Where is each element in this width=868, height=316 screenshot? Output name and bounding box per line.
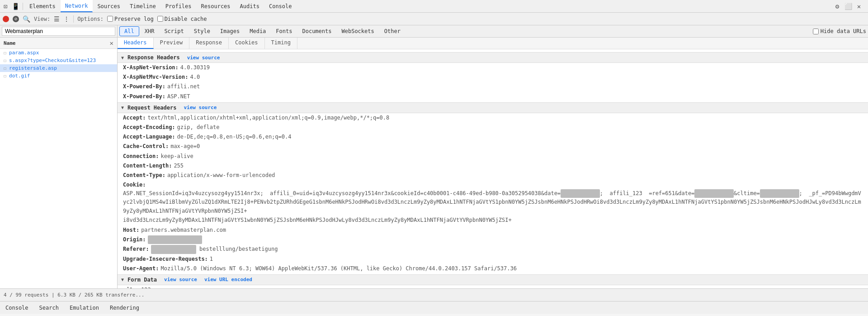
tab-elements[interactable]: Elements [25,0,61,12]
tab-network[interactable]: Network [61,0,93,12]
req-name-accept-encoding: Accept-Encoding: [123,123,175,132]
filter-tab-images[interactable]: Images [216,27,244,36]
filter-tab-xhr[interactable]: XHR [140,27,159,36]
req-name-accept: Accept: [123,114,146,122]
tab-console[interactable]: Console [264,0,297,12]
header-value-xaspnet: 4.0.30319 [180,63,210,72]
file-item-saspx[interactable]: ☐ s.aspx?type=Checkout&site=123 [0,57,117,64]
main-content: Name ✕ ☐ param.aspx ☐ s.aspx?type=Checko… [0,38,868,288]
form-name-site: site: [123,286,139,288]
hide-data-urls-checkbox[interactable] [813,29,819,34]
file-item-param[interactable]: ☐ param.aspx [0,49,117,57]
request-headers-section[interactable]: ▼ Request Headers view source [118,102,868,113]
hide-data-urls-label[interactable]: Hide data URLs [813,28,866,34]
request-headers-view-source[interactable]: view source [184,105,217,110]
req-value-user-agent: Mozilla/5.0 (Windows NT 6.3; WOW64) Appl… [160,264,516,273]
top-navbar: ⊡ 📱 Elements Network Sources Timeline Pr… [0,0,868,13]
list-view-icon[interactable]: ☰ [54,15,60,23]
req-value-cookie: ASP.NET_SessionId=iq3v4uzcysozg4yy1514nr… [123,189,863,215]
filter-tab-all[interactable]: All [119,26,139,36]
search-input[interactable] [2,27,115,36]
view-label: View: [34,16,50,22]
right-detail-panel: Headers Preview Response Cookies Timing … [118,38,868,288]
form-data-view-source[interactable]: view source [164,277,197,282]
req-value-accept-encoding: gzip, deflate [177,123,220,132]
filter-tab-other[interactable]: Other [380,27,405,36]
form-site: site: 123 [118,285,868,288]
tab-sources[interactable]: Sources [93,0,125,12]
req-name-cache-control: Cache-Control: [123,142,169,151]
detail-tab-timing[interactable]: Timing [265,38,297,49]
response-headers-section[interactable]: ▼ Response Headers view source [118,52,868,63]
req-header-upgrade: Upgrade-Insecure-Requests: 1 [118,254,868,264]
response-headers-triangle: ▼ [121,55,124,60]
header-name-xaspnet: X-AspNet-Version: [123,63,179,72]
response-headers-view-source[interactable]: view source [187,55,220,61]
preserve-log-checkbox[interactable] [107,16,113,22]
filter-tab-style[interactable]: Style [189,27,215,36]
detail-tab-preview[interactable]: Preview [154,38,190,49]
bottom-tab-console[interactable]: Console [0,302,34,314]
file-icon-registersale: ☐ [4,66,6,71]
form-data-view-url-encoded[interactable]: view URL encoded [204,277,252,282]
clear-button[interactable]: ⊘ [13,16,19,22]
close-icon[interactable]: ✕ [855,3,863,10]
header-name-xpoweredby-affili: X-Powered-By: [123,82,165,91]
req-header-host: Host: partners.webmasterplan.com [118,225,868,235]
req-value-content-length: 255 [174,162,184,170]
response-header-xaspnetmvc: X-AspNetMvc-Version: 4.0 [118,72,868,82]
filter-tab-fonts[interactable]: Fonts [271,27,297,36]
detail-tabs: Headers Preview Response Cookies Timing [118,38,868,49]
tab-resources[interactable]: Resources [197,0,236,12]
file-list: ☐ param.aspx ☐ s.aspx?type=Checkout&site… [0,49,117,288]
tab-timeline[interactable]: Timeline [125,0,161,12]
cursor-icon[interactable]: ⊡ [2,3,9,10]
response-header-xaspnet: X-AspNet-Version: 4.0.30319 [118,63,868,72]
filter-tab-script[interactable]: Script [160,27,188,36]
close-panel-icon[interactable]: ✕ [110,39,113,47]
req-header-referer: Referer: ████████████ bestelllung/bestae… [118,244,868,254]
bottom-tab-search[interactable]: Search [34,302,64,314]
tab-profiles[interactable]: Profiles [161,0,197,12]
req-name-origin: Origin: [123,235,146,244]
settings-icon[interactable]: ⚙ [834,3,841,10]
status-bar-text: 4 / 99 requests | 6.3 KB / 265 KB transf… [4,292,864,298]
dock-icon[interactable]: ⬜ [844,3,852,10]
disable-cache-checkbox[interactable] [157,16,163,22]
detail-tab-response[interactable]: Response [189,38,229,49]
detail-tab-headers[interactable]: Headers [118,38,154,49]
main-nav-tabs: Elements Network Sources Timeline Profil… [25,0,297,12]
file-icon-saspx: ☐ [4,58,6,63]
disable-cache-checkbox-label[interactable]: Disable cache [157,16,207,22]
files-header: Name ✕ [0,38,117,49]
record-button[interactable] [3,16,9,22]
req-value-accept-language: de-DE,de;q=0.8,en-US;q=0.6,en;q=0.4 [177,133,292,141]
filter-tab-websockets[interactable]: WebSockets [337,27,379,36]
req-header-accept-encoding: Accept-Encoding: gzip, deflate [118,123,868,132]
bottom-tab-emulation[interactable]: Emulation [64,302,104,314]
headers-content: ▼ Response Headers view source X-AspNet-… [118,49,868,288]
filter-icon[interactable]: 🔍 [23,15,30,23]
file-item-dotgif[interactable]: ☐ dot.gif [0,72,117,80]
filter-tab-documents[interactable]: Documents [297,27,336,36]
file-name-registersale: registersale.asp [9,65,57,71]
preserve-log-checkbox-label[interactable]: Preserve log [107,16,154,22]
mobile-icon[interactable]: 📱 [12,3,19,10]
detail-tab-cookies[interactable]: Cookies [229,38,265,49]
req-name-content-length: Content-Length: [123,162,172,170]
req-name-cookie: Cookie: [123,181,146,189]
request-headers-triangle: ▼ [121,105,124,110]
form-data-section[interactable]: ▼ Form Data view source view URL encoded [118,274,868,285]
req-name-user-agent: User-Agent: [123,264,159,273]
req-name-connection: Connection: [123,152,159,161]
filter-tab-media[interactable]: Media [245,27,270,36]
file-item-registersale[interactable]: ☐ registersale.asp [0,64,117,72]
req-name-referer: Referer: [123,245,149,254]
devtools-icons: ⊡ 📱 [2,3,23,10]
request-headers-label: Request Headers [127,105,176,111]
bottom-tab-rendering[interactable]: Rendering [104,302,145,314]
form-data-label: Form Data [127,277,157,283]
tab-audits[interactable]: Audits [236,0,264,12]
file-list-panel: Name ✕ ☐ param.aspx ☐ s.aspx?type=Checko… [0,38,118,288]
tree-view-icon[interactable]: ⋮ [63,15,70,23]
